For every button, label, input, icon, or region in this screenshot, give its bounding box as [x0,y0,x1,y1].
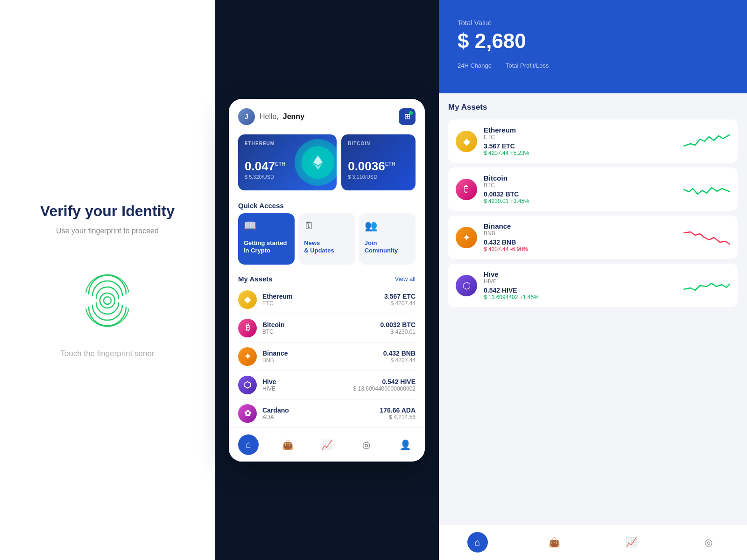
hive-icon: ⬡ [238,376,257,394]
btc-amount: 0.0036ETH [348,160,409,172]
bitcoin-card[interactable]: BITCOIN 0.0036ETH $ 3,110/USD [341,134,416,190]
my-assets-right-title: My Assets [448,103,738,112]
btc-ticker: BTC [262,329,381,335]
qa-label-0: Getting startedin Crypto [244,239,287,255]
touch-label: Touch the fingerprint senor [60,349,154,358]
bnb-usd-list: $ 4207.44 [383,357,416,364]
ada-usd-list: $ 4,214.56 [380,414,416,420]
right-bnb-name: Binance [484,222,679,230]
nav-location-button[interactable]: ◎ [356,434,376,455]
bnb-name: Binance [262,350,383,357]
right-hive-icon: ⬡ [456,275,477,296]
nav-home-button[interactable]: ⌂ [238,434,259,455]
ethereum-card[interactable]: ETHEREUM 0.047ETH $ 5,320/USD [238,134,337,190]
eth-ticker: ETC [262,300,384,307]
right-hive-name: Hive [484,270,679,278]
btc-name: Bitcoin [262,321,381,329]
right-btc-usd: $ 4230.01 +3.45% [484,198,679,204]
hive-mini-chart [684,276,730,295]
bnb-icon: ✦ [238,347,257,366]
bnb-amount-list: 0.432 BNB [383,350,416,357]
phone-header: J Hello, Jenny ⊞ [229,99,425,130]
hello-text: Hello, Jenny [260,112,304,121]
right-hive-amount: 0.542 HIVE [484,287,679,294]
eth-amount-list: 3.567 ETC [384,293,416,300]
crypto-cards: ETHEREUM 0.047ETH $ 5,320/USD [229,130,425,195]
book-icon: 📖 [244,220,256,232]
btc-icon: ₿ [238,319,257,337]
right-eth-ticker: ETC [484,134,679,140]
right-top-header: Total Value $ 2,680 24H Change Total Pro… [439,0,747,93]
notification-button[interactable]: ⊞ [399,108,416,125]
asset-row-hive[interactable]: ⬡ Hive HIVE 0.542 HIVE $ 13.609440000000… [238,371,416,399]
asset-list: ◆ Ethereum ETC 3.567 ETC $ 4207.44 ₿ Bit… [229,286,425,427]
phone-card: J Hello, Jenny ⊞ ETHEREUM 0.047ETH [229,99,425,462]
right-btc-name: Bitcoin [484,174,679,182]
identity-panel: Verify your Identity Use your fingerprin… [0,0,215,560]
change-row: 24H Change Total Profit/Loss [458,62,728,69]
fingerprint-container[interactable] [79,273,135,330]
bnb-mini-chart [684,228,730,247]
nav-chart-button[interactable]: 📈 [317,434,337,455]
btc-amount-list: 0.0032 BTC [381,321,416,329]
eth-icon: ◆ [238,290,257,309]
qa-label-2: JoinCommunity [365,239,398,255]
total-value-amount: $ 2,680 [458,29,728,53]
eth-logo [309,153,327,172]
right-bnb-icon: ✦ [456,227,477,248]
right-eth-name: Ethereum [484,126,679,134]
avatar: J [238,108,255,125]
btc-mini-chart [684,180,730,199]
qa-join-community[interactable]: 👥 JoinCommunity [359,213,416,265]
assets-title: My Assets [238,275,273,283]
hive-name: Hive [262,378,353,385]
nav-wallet-button[interactable]: 👜 [277,434,298,455]
rnav-chart-button[interactable]: 📈 [621,532,642,553]
right-eth-amount: 3.567 ETC [484,142,679,150]
hive-ticker: HIVE [262,385,353,392]
ada-name: Cardano [262,406,380,414]
phone-panel: J Hello, Jenny ⊞ ETHEREUM 0.047ETH [215,0,439,560]
right-nav: ⌂ 👜 📈 ◎ [439,524,747,560]
eth-usd-list: $ 4207.44 [384,300,416,307]
ada-icon: ✿ [238,404,257,423]
assets-header: My Assets View all [229,271,425,286]
bnb-ticker: BNB [262,357,383,364]
nav-profile-button[interactable]: 👤 [395,434,416,455]
asset-row-ada[interactable]: ✿ Cardano ADA 176.66 ADA $ 4,214.56 [238,399,416,427]
ada-amount-list: 176.66 ADA [380,406,416,414]
right-asset-bnb[interactable]: ✦ Binance BNB 0.432 BNB $ 4207.44 -6.90% [448,216,738,259]
quick-access-title: Quick Access [229,195,425,213]
qa-getting-started[interactable]: 📖 Getting startedin Crypto [238,213,295,265]
user-greeting: J Hello, Jenny [238,108,304,125]
qa-news-updates[interactable]: 🗓 News& Updates [298,213,355,265]
rnav-location-button[interactable]: ◎ [698,532,719,553]
asset-row-eth[interactable]: ◆ Ethereum ETC 3.567 ETC $ 4207.44 [238,286,416,314]
asset-row-bnb[interactable]: ✦ Binance BNB 0.432 BNB $ 4207.44 [238,343,416,371]
right-asset-eth[interactable]: ◆ Ethereum ETC 3.567 ETC $ 4207.44 +5.23… [448,119,738,163]
community-icon: 👥 [365,220,377,232]
right-eth-icon: ◆ [456,131,477,152]
verify-title: Verify your Identity [40,202,175,221]
right-asset-hive[interactable]: ⬡ Hive HIVE 0.542 HIVE $ 13.6094402 +1.4… [448,264,738,307]
profit-loss-label: Total Profit/Loss [506,62,549,69]
rnav-home-button[interactable]: ⌂ [467,532,488,553]
eth-coin-decoration [295,139,337,186]
svg-marker-1 [313,155,323,165]
calendar-icon: 🗓 [304,220,314,232]
rnav-wallet-button[interactable]: 👜 [544,532,565,553]
right-panel: Total Value $ 2,680 24H Change Total Pro… [439,0,747,560]
bottom-nav: ⌂ 👜 📈 ◎ 👤 [229,427,425,462]
quick-access-grid: 📖 Getting startedin Crypto 🗓 News& Updat… [229,213,425,271]
eth-mini-chart [684,132,730,151]
hive-amount-list: 0.542 HIVE [353,378,416,385]
right-asset-btc[interactable]: ₿ Bitcoin BTC 0.0032 BTC $ 4230.01 +3.45… [448,168,738,211]
btc-label: BITCOIN [348,141,409,146]
phone-inner: J Hello, Jenny ⊞ ETHEREUM 0.047ETH [229,99,425,462]
fingerprint-icon[interactable] [79,273,135,329]
asset-row-btc[interactable]: ₿ Bitcoin BTC 0.0032 BTC $ 4230.01 [238,314,416,343]
right-bottom-content: My Assets ◆ Ethereum ETC 3.567 ETC $ 420… [439,93,747,524]
eth-name: Ethereum [262,293,384,300]
ada-ticker: ADA [262,414,380,420]
view-all-button[interactable]: View all [395,275,416,282]
